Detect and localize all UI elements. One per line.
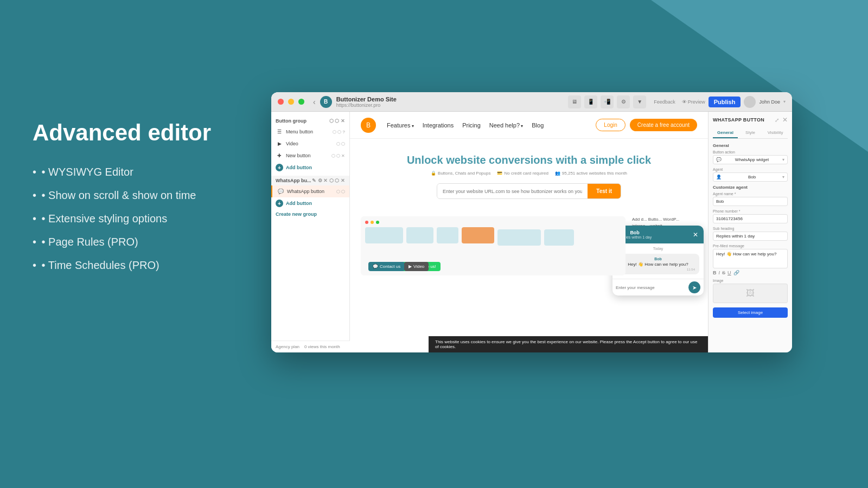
- add-button-section1[interactable]: + Add button: [271, 162, 349, 174]
- link-icon[interactable]: 🔗: [733, 270, 739, 275]
- nav-link-features[interactable]: Features: [387, 122, 414, 129]
- customize-agent-section: Customize agent: [713, 185, 788, 190]
- contact-label: Contact us: [380, 264, 400, 269]
- user-avatar[interactable]: [744, 96, 756, 108]
- create-account-button[interactable]: Create a free account: [630, 119, 697, 131]
- phone-value[interactable]: 31061723456: [713, 214, 788, 223]
- badge-text-1: Buttons, Chats and Popups: [438, 171, 490, 176]
- feedback-btn[interactable]: Feedback: [654, 99, 675, 105]
- text-format-icons: B I S U 🔗: [713, 270, 788, 275]
- button-action-value[interactable]: 💬 WhatsApp widget ▾: [713, 155, 788, 164]
- strikethrough-icon[interactable]: S: [722, 270, 725, 275]
- prefilled-value[interactable]: Hey! 👋 How can we help you?: [713, 249, 788, 268]
- create-new-group[interactable]: Create new group: [271, 209, 349, 219]
- chat-message-input[interactable]: [616, 285, 686, 290]
- preview-block-orange: [462, 227, 494, 243]
- right-panel-header: WHATSAPP BUTTON ⤢ ✕: [713, 116, 788, 124]
- expand-icon[interactable]: ⤢: [775, 117, 779, 123]
- preview-block-5: [544, 229, 574, 246]
- phone-field: Phone number * 31061723456: [713, 209, 788, 223]
- tablet-icon[interactable]: 📱: [584, 95, 597, 108]
- add-icon-1: +: [276, 164, 283, 171]
- hero-url-input[interactable]: [437, 184, 588, 198]
- tab-visibility[interactable]: Visibility: [763, 128, 788, 138]
- chat-bubble-text: Hey! 👋 How can we help you?: [628, 262, 688, 267]
- chat-send-button[interactable]: ➤: [688, 281, 700, 293]
- agent-name-value[interactable]: Bob: [713, 197, 788, 206]
- contact-us-button[interactable]: 💬 Contact us: [368, 262, 405, 271]
- sidebar-item-actions-video: ⬡ ⬡: [336, 142, 345, 146]
- video-button[interactable]: ▶ Video: [404, 262, 429, 271]
- preview-action-btns: 💬 Contact us ▶ Video 💬 WhatsApp us!: [365, 262, 621, 271]
- dot-yellow[interactable]: [288, 99, 294, 105]
- filter-icon[interactable]: ▼: [633, 95, 646, 108]
- main-heading: Advanced editor: [33, 119, 277, 146]
- agent-value[interactable]: 👤 Bob ▾: [713, 172, 788, 182]
- badge-icon-2: 💳: [497, 171, 502, 176]
- sub-heading-value[interactable]: Replies within 1 day: [713, 232, 788, 241]
- button-action-field: Button action 💬 WhatsApp widget ▾: [713, 150, 788, 164]
- italic-icon[interactable]: I: [719, 270, 720, 275]
- panel-section-general: General: [713, 143, 788, 148]
- sidebar-item-video[interactable]: ▶ Video ⬡ ⬡: [271, 138, 349, 150]
- cookie-text: This website uses cookies to ensure we g…: [435, 339, 701, 349]
- dot-red[interactable]: [278, 99, 284, 105]
- browser-toolbar: ‹ B Buttonizer Demo Site https://buttoni…: [271, 92, 792, 112]
- underline-icon[interactable]: U: [727, 270, 731, 275]
- bold-icon[interactable]: B: [713, 270, 717, 275]
- agent-label: Agent: [713, 168, 788, 171]
- add-button-label-2: Add button: [286, 201, 312, 206]
- add-button-section2[interactable]: + Add button: [271, 197, 349, 209]
- preview-dot-red: [365, 221, 368, 224]
- desktop-icon[interactable]: 🖥: [568, 95, 581, 108]
- right-panel: WHATSAPP BUTTON ⤢ ✕ General Style Visibi…: [708, 112, 792, 352]
- tab-style[interactable]: Style: [738, 128, 763, 138]
- chat-bubble: Bob Hey! 👋 How can we help you? 11:54: [617, 254, 699, 274]
- whatsapp-icon-small: 💬: [716, 157, 722, 162]
- nav-link-pricing[interactable]: Pricing: [462, 122, 481, 129]
- plan-label: Agency plan: [276, 344, 299, 349]
- chat-close-icon[interactable]: ✕: [693, 232, 698, 238]
- prefilled-label: Pre-filled message: [713, 244, 788, 248]
- mobile-icon[interactable]: 📲: [601, 95, 614, 108]
- panel-tabs: General Style Visibility: [713, 128, 788, 139]
- preview-block-2: [406, 227, 433, 243]
- browser-url: https://buttonizer.pro: [336, 102, 564, 108]
- browser-actions: 🖥 📱 📲 ⚙ ▼ Feedback 👁 Preview Publish Joh…: [568, 95, 786, 108]
- sidebar-item-new-button[interactable]: ✚ New button ⬡ ⬡ ✕: [271, 150, 349, 162]
- nav-link-blog[interactable]: Blog: [532, 122, 544, 129]
- tab-general[interactable]: General: [713, 128, 738, 138]
- button-action-label: Button action: [713, 150, 788, 154]
- sidebar-item-menu-button[interactable]: ☰ Menu button ⬡ ⬡ ?: [271, 126, 349, 138]
- close-right-panel-icon[interactable]: ✕: [782, 116, 788, 124]
- whatsapp-icon: 💬: [277, 188, 284, 195]
- preview-inner: 💬 Contact us ▶ Video 💬 WhatsApp us!: [361, 216, 626, 275]
- feature-item-4: • Page Rules (PRO): [33, 236, 277, 248]
- add-button-label-1: Add button: [286, 165, 312, 170]
- site-nav-buttons: Login Create a free account: [596, 119, 697, 131]
- sidebar-item-whatsapp[interactable]: 💬 WhatsApp button ⬡ ⬡: [271, 185, 349, 197]
- feature-item-3: • Extensive styling options: [33, 213, 277, 225]
- dot-green[interactable]: [298, 99, 304, 105]
- badge-icon-3: 👥: [555, 171, 560, 176]
- user-name[interactable]: John Doe: [759, 99, 780, 105]
- back-arrow[interactable]: ‹: [313, 98, 316, 106]
- publish-button[interactable]: Publish: [709, 97, 741, 107]
- nav-link-integrations[interactable]: Integrations: [423, 122, 454, 129]
- browser-site-name: Buttonizer Demo Site: [336, 96, 564, 102]
- preview-btn[interactable]: 👁 Preview: [682, 99, 705, 105]
- sidebar-section-icons-1: ⬡ ⬡ ✕: [329, 118, 345, 124]
- image-placeholder: 🖼: [713, 284, 788, 303]
- test-button[interactable]: Test it: [588, 184, 621, 198]
- login-button[interactable]: Login: [596, 119, 625, 131]
- settings-icon[interactable]: ⚙: [617, 95, 630, 108]
- sidebar-item-actions-new: ⬡ ⬡ ✕: [331, 153, 345, 158]
- sidebar-section-title-1: Button group: [276, 118, 307, 124]
- video-icon-btn: ▶: [409, 264, 412, 269]
- preview-block-4: [497, 229, 541, 246]
- sidebar-section-button-group: Button group ⬡ ⬡ ✕: [271, 116, 349, 126]
- feature-item-2: • Show on scroll & show on time: [33, 189, 277, 202]
- chat-bubble-sender: Bob: [621, 257, 695, 261]
- nav-link-help[interactable]: Need help?: [489, 122, 524, 129]
- select-image-button[interactable]: Select image: [713, 307, 788, 318]
